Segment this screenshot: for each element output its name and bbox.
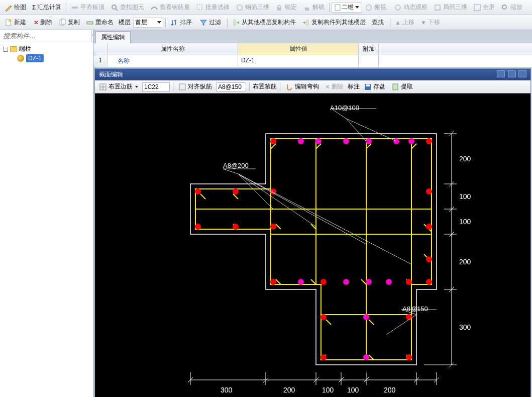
separator: [227, 18, 228, 27]
sum-button[interactable]: Σ汇总计算: [30, 2, 64, 13]
copy-icon: [58, 19, 66, 27]
align-rebar-button[interactable]: 对齐纵筋: [176, 82, 214, 91]
svg-rect-14: [61, 19, 65, 24]
svg-line-85: [346, 119, 366, 141]
separator: [173, 82, 173, 91]
floor-dropdown[interactable]: 首层: [133, 18, 163, 28]
fullscreen-button[interactable]: 全屏: [471, 2, 497, 13]
content-area: 属性编辑 属性名称 属性值 附加 1 名称 DZ-1 截面编辑: [93, 30, 532, 397]
perspective-button[interactable]: 俯视: [362, 2, 390, 13]
tree-root-label: 端柱: [19, 45, 31, 53]
view-2d-dropdown[interactable]: 二维: [332, 3, 361, 13]
property-header: 属性名称 属性值 附加: [93, 43, 532, 55]
sort-button[interactable]: 排序: [168, 17, 196, 28]
view-rebar-button[interactable]: 查看钢筋量: [148, 2, 192, 13]
extract-button[interactable]: 提取: [389, 82, 415, 91]
delete-button[interactable]: ✕删除: [31, 17, 55, 28]
svg-rect-3: [197, 5, 202, 10]
svg-point-73: [343, 138, 349, 144]
find-button[interactable]: 查找: [369, 17, 388, 28]
svg-line-32: [271, 144, 276, 149]
move-down-button[interactable]: ▼下移: [418, 17, 443, 28]
new-button[interactable]: 新建: [2, 17, 30, 28]
tree-child[interactable]: DZ-1: [16, 54, 91, 63]
draw-button[interactable]: 绘图: [2, 2, 29, 13]
prop-name: 名称: [108, 55, 238, 67]
dim-r1: 200: [459, 155, 471, 163]
svg-point-72: [315, 138, 322, 144]
svg-line-89: [238, 174, 273, 209]
svg-point-61: [426, 188, 432, 194]
svg-point-63: [426, 256, 432, 262]
svg-line-35: [411, 144, 416, 149]
maximize-button[interactable]: [508, 70, 516, 77]
svg-point-12: [9, 19, 12, 22]
lock-icon: [275, 4, 283, 12]
drawing-canvas[interactable]: A10@100 A8@200 A8@150 200 100: [95, 93, 530, 397]
find-entity-button[interactable]: 查找图元: [108, 2, 147, 13]
filter-button[interactable]: 过滤: [197, 17, 225, 28]
property-row[interactable]: 1 名称 DZ-1: [93, 55, 532, 67]
main-toolbar-1: 绘图 Σ汇总计算 平齐板顶 查找图元 查看钢筋量 批量选择 钢筋三维 锁定 解锁…: [0, 0, 532, 15]
batch-select-button[interactable]: 批量选择: [193, 2, 232, 13]
unlock-button[interactable]: 解锁: [300, 2, 327, 13]
copy-button[interactable]: 复制: [56, 17, 82, 28]
svg-line-2: [116, 9, 118, 11]
close-button[interactable]: [518, 70, 526, 77]
stirrup-input[interactable]: [216, 82, 246, 91]
rebar-input[interactable]: [142, 82, 170, 91]
row-number: 1: [93, 55, 108, 67]
copy-from-floor-button[interactable]: 从其他楼层复制构件: [230, 17, 298, 28]
separator: [165, 18, 166, 27]
svg-rect-8: [435, 5, 440, 10]
editor-delete-button[interactable]: ✕删除: [323, 82, 346, 91]
svg-point-54: [195, 224, 201, 230]
svg-rect-23: [366, 84, 370, 86]
svg-point-82: [363, 354, 369, 360]
collapse-icon[interactable]: −: [3, 47, 8, 52]
save-icon: [364, 83, 372, 91]
svg-line-41: [276, 279, 281, 284]
dim-r5: 300: [459, 323, 471, 331]
label-a8-150: A8@150: [402, 305, 428, 313]
rename-button[interactable]: 重命名: [83, 17, 116, 28]
rebar-3d-button[interactable]: 钢筋三维: [233, 2, 272, 13]
tab-properties[interactable]: 属性编辑: [95, 31, 131, 43]
separator: [329, 3, 330, 12]
tree-root[interactable]: − 端柱: [2, 44, 91, 54]
lock-button[interactable]: 锁定: [273, 2, 299, 13]
svg-line-43: [361, 279, 366, 284]
zoom-button[interactable]: 缩放: [498, 2, 526, 13]
sort-icon: [170, 19, 178, 27]
svg-line-37: [233, 194, 238, 199]
svg-line-51: [369, 355, 374, 360]
svg-line-47: [326, 320, 331, 325]
search-bar: 🔍: [0, 30, 93, 42]
arrow-down-icon: ▼: [420, 19, 427, 26]
layout-stirrup-dropdown[interactable]: 布置箍筋: [253, 82, 277, 91]
rename-icon: [86, 19, 94, 27]
minimize-button[interactable]: [497, 70, 505, 77]
svg-point-77: [298, 279, 304, 285]
local-3d-button[interactable]: 局部三维: [431, 2, 470, 13]
prop-value[interactable]: DZ-1: [238, 55, 359, 67]
annotate-dropdown[interactable]: 标注: [348, 82, 360, 91]
dim-b1: 300: [221, 386, 233, 394]
flatplate-button[interactable]: 平齐板顶: [68, 2, 107, 13]
dynamic-view-button[interactable]: 动态观察: [391, 2, 430, 13]
tab-strip: 属性编辑: [93, 30, 532, 43]
filter-icon: [199, 19, 207, 27]
layout-rebar-button[interactable]: 布置边筋: [97, 82, 140, 91]
svg-point-80: [386, 279, 392, 285]
search-input[interactable]: [0, 30, 91, 42]
separator: [390, 18, 390, 27]
edit-hook-button[interactable]: 编辑弯钩: [283, 82, 321, 91]
move-up-button[interactable]: ▲上移: [392, 17, 417, 28]
dim-r3: 100: [459, 218, 471, 226]
delete-icon: ✕: [34, 19, 39, 26]
svg-point-10: [502, 5, 506, 9]
save-button[interactable]: 存盘: [362, 82, 387, 91]
delete-icon: ✕: [325, 83, 330, 90]
svg-line-87: [223, 169, 238, 174]
copy-to-floor-button[interactable]: 复制构件到其他楼层: [299, 17, 368, 28]
